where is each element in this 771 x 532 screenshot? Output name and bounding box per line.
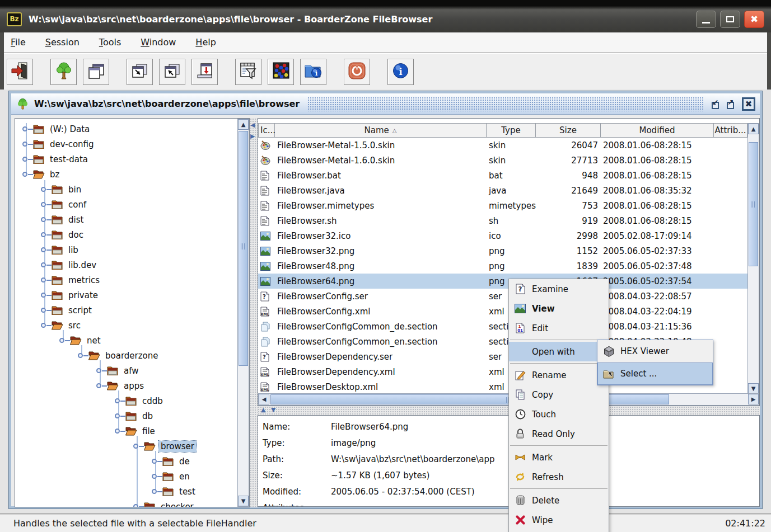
file-row-filebrowser48-png[interactable]: FileBrowser48.pngpng18392005.06.05-02:37… <box>258 258 747 274</box>
tree-collapsed-handle-icon[interactable] <box>38 197 52 212</box>
submenu-item-hex-viewer[interactable]: HEX Viewer <box>597 340 713 362</box>
menu-item-examine[interactable]: ?Examine <box>509 279 609 299</box>
tree-collapsed-handle-icon[interactable] <box>38 227 52 242</box>
tree-scrollbar-thumb[interactable] <box>239 131 248 366</box>
toolbar-button-shutdown[interactable] <box>344 59 370 85</box>
internal-frame-titlebar[interactable]: W:\sw\java\bz\src\net\boarderzone\apps\f… <box>11 93 760 115</box>
file-row-filebrowserconfig-xml[interactable]: XMLFileBrowserConfig.xmlxml2008.04.03-22… <box>258 304 747 319</box>
tree-item-db[interactable]: db <box>112 408 155 423</box>
tree-item-dist[interactable]: dist <box>38 212 86 227</box>
tree-collapsed-handle-icon[interactable] <box>149 484 162 499</box>
tree-collapsed-handle-icon[interactable] <box>20 121 33 136</box>
tree-collapsed-handle-icon[interactable] <box>38 212 52 227</box>
tree-item-doc[interactable]: doc <box>38 227 86 242</box>
toolbar-button-look-and-feel[interactable] <box>268 59 294 85</box>
tree-vertical-scrollbar[interactable]: ▲▼ <box>237 119 249 507</box>
tree-item-bz[interactable]: bz <box>20 167 62 182</box>
tree-expanded-handle-icon[interactable] <box>94 378 107 393</box>
submenu-item-select[interactable]: Select ... <box>597 362 713 385</box>
file-row-filebrowser32-png[interactable]: FileBrowser32.pngpng11522005.06.05-02:37… <box>258 243 747 258</box>
collapse-up-icon[interactable]: ▲ <box>261 406 265 413</box>
tree-collapsed-handle-icon[interactable] <box>94 363 107 378</box>
tree-item-private[interactable]: private <box>38 288 100 303</box>
file-row-filebrowser-metal-1-5-0-skin[interactable]: FileBrowser-Metal-1.5.0.skinskin26047200… <box>258 138 747 153</box>
tree-item-script[interactable]: script <box>38 303 94 318</box>
menu-window[interactable]: Window <box>133 34 183 50</box>
file-row-filebrowser-mimetypes[interactable]: FileBrowser.mimetypesmimetypes7532008.01… <box>258 198 747 213</box>
menu-item-wipe[interactable]: Wipe <box>509 510 609 530</box>
tree-item-test-data[interactable]: test-data <box>20 152 90 167</box>
file-row-filebrowserconfigcommon-de-section[interactable]: FileBrowserConfigCommon_de.sectionsectio… <box>258 319 747 334</box>
tree-item-test[interactable]: test <box>149 484 198 499</box>
tree-expanded-handle-icon[interactable] <box>130 439 144 454</box>
tree-item-browser[interactable]: browser <box>130 439 197 454</box>
scroll-down-button[interactable]: ▼ <box>748 383 759 394</box>
table-scrollbar-thumb[interactable] <box>749 142 758 266</box>
menu-item-open-with[interactable]: Open with▶ <box>509 342 609 361</box>
menu-help[interactable]: Help <box>188 34 223 50</box>
close-button[interactable]: ✖ <box>744 11 764 28</box>
file-row-filebrowser-metal-1-6-0-skin[interactable]: FileBrowser-Metal-1.6.0.skinskin27713200… <box>258 153 747 168</box>
toolbar-button-window-send-back[interactable] <box>127 59 153 85</box>
tree-expanded-handle-icon[interactable] <box>112 423 125 439</box>
tree-item-apps[interactable]: apps <box>94 378 146 393</box>
menu-item-edit[interactable]: 101Edit <box>509 318 609 338</box>
file-row-filebrowser32-ico[interactable]: FileBrowser32.icoico29982005.02.08-17:09… <box>258 228 747 243</box>
tree-collapsed-handle-icon[interactable] <box>149 454 162 469</box>
toolbar-button-web-folder[interactable]: i <box>300 59 326 85</box>
tree-item-de[interactable]: de <box>149 454 192 469</box>
tree-item-net[interactable]: net <box>57 333 103 348</box>
menu-item-read-only[interactable]: Read Only <box>509 424 609 444</box>
file-row-filebrowser-sh[interactable]: FileBrowser.shsh9192008.01.06-08:28:15 <box>258 213 747 228</box>
tree-item-lib[interactable]: lib <box>38 242 81 257</box>
menu-item-rename[interactable]: Rename <box>509 365 609 385</box>
tree-item-dev-config[interactable]: dev-config <box>20 136 96 152</box>
column-header-attrib[interactable]: Attrib... <box>714 123 747 138</box>
file-row-filebrowser-bat[interactable]: FileBrowser.batbat9482008.01.06-08:28:15 <box>258 168 747 183</box>
tree-item-metrics[interactable]: metrics <box>38 272 102 288</box>
collapse-down-icon[interactable]: ▼ <box>271 406 275 413</box>
tree-item-checker[interactable]: checker <box>130 499 196 507</box>
tree-collapsed-handle-icon[interactable] <box>38 242 52 257</box>
tree-collapsed-handle-icon[interactable] <box>130 499 144 507</box>
column-header-name[interactable]: Name△ <box>275 123 487 138</box>
tree-item-w-data[interactable]: (W:) Data <box>20 121 92 136</box>
tree-collapsed-handle-icon[interactable] <box>38 182 52 197</box>
scroll-left-button[interactable]: ◀ <box>259 394 269 404</box>
tree-collapsed-handle-icon[interactable] <box>38 288 52 303</box>
menu-item-copy[interactable]: Copy <box>509 385 609 404</box>
scroll-up-button[interactable]: ▲ <box>238 119 249 130</box>
toolbar-button-tree-view[interactable] <box>50 59 77 85</box>
toolbar-button-window-bring-front[interactable] <box>159 59 185 85</box>
tree-item-src[interactable]: src <box>38 318 83 333</box>
column-header-size[interactable]: Size <box>536 123 601 138</box>
tree-item-cddb[interactable]: cddb <box>112 393 165 408</box>
tree-collapsed-handle-icon[interactable] <box>38 257 52 272</box>
collapse-left-icon[interactable]: ◀ <box>250 121 255 129</box>
minimize-button[interactable] <box>696 11 716 28</box>
tree-expanded-handle-icon[interactable] <box>38 318 52 333</box>
column-header-modified[interactable]: Modified <box>601 123 714 138</box>
internal-maximize-button[interactable]: ↗ <box>727 102 734 109</box>
tree-item-bin[interactable]: bin <box>38 182 83 197</box>
menu-item-delete[interactable]: Delete <box>509 491 609 510</box>
tree-expanded-handle-icon[interactable] <box>57 333 70 348</box>
split-divider-vertical[interactable]: ◀ ▶ <box>250 118 258 507</box>
tree-collapsed-handle-icon[interactable] <box>38 272 52 288</box>
menu-tools[interactable]: Tools <box>92 34 128 50</box>
menu-session[interactable]: Session <box>38 34 87 50</box>
tree-item-en[interactable]: en <box>149 469 192 484</box>
table-vertical-scrollbar[interactable]: ▲▼ <box>747 123 759 394</box>
scroll-down-button[interactable]: ▼ <box>238 496 249 506</box>
internal-minimize-button[interactable]: ↙ <box>712 102 719 109</box>
tree-item-lib-dev[interactable]: lib.dev <box>38 257 99 272</box>
scroll-up-button[interactable]: ▲ <box>748 124 759 134</box>
maximize-button[interactable] <box>720 11 740 28</box>
tree-expanded-handle-icon[interactable] <box>20 167 33 182</box>
tree-item-afw[interactable]: afw <box>94 363 141 378</box>
tree-collapsed-handle-icon[interactable] <box>112 408 125 423</box>
toolbar-button-filter[interactable] <box>235 59 261 85</box>
tree-expanded-handle-icon[interactable] <box>75 348 88 363</box>
tree-collapsed-handle-icon[interactable] <box>112 393 125 408</box>
tree-collapsed-handle-icon[interactable] <box>20 136 33 152</box>
